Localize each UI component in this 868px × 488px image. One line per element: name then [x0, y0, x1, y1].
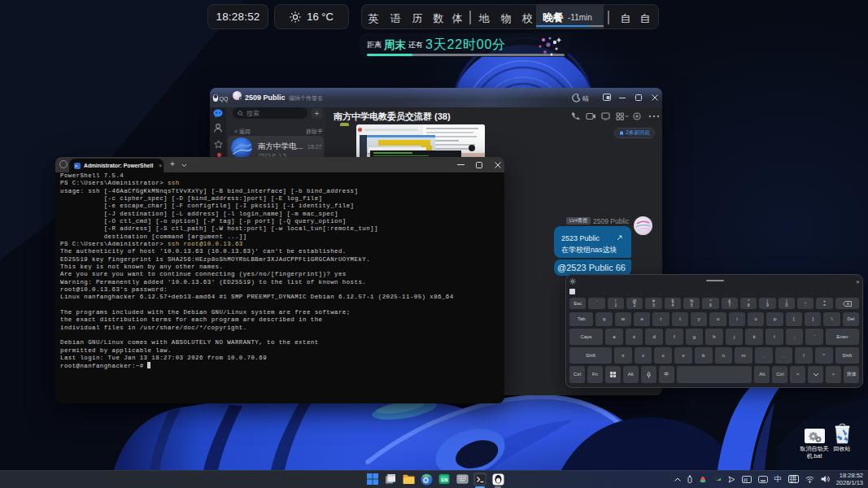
- svg-text:回: 回: [744, 477, 748, 482]
- svg-text:QQ: QQ: [220, 96, 229, 102]
- svg-text:EN: EN: [441, 477, 447, 482]
